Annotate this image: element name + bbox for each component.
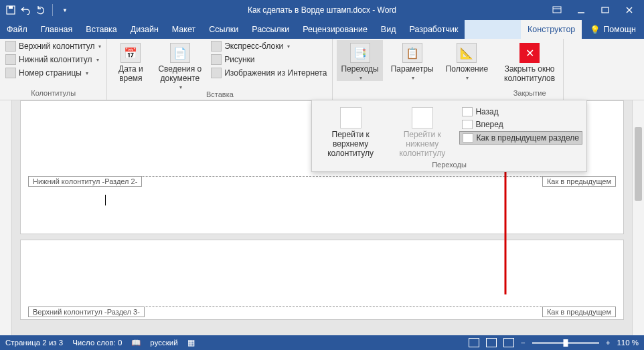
help-label: Помощн (603, 25, 636, 34)
window-buttons (542, 5, 644, 15)
zoom-out-button[interactable]: − (521, 339, 526, 347)
transitions-label: Переходы (341, 64, 378, 74)
pictures-icon (211, 54, 222, 65)
quick-parts-icon (211, 41, 222, 52)
zoom-knob[interactable] (563, 339, 568, 347)
zoom-level[interactable]: 110 % (617, 339, 639, 347)
maximize-icon[interactable] (600, 5, 611, 15)
link-to-previous-button[interactable]: Как в предыдущем разделе (459, 131, 582, 145)
scrollbar-thumb[interactable] (635, 127, 642, 201)
tab-file[interactable]: Файл (0, 20, 34, 39)
status-language[interactable]: русский (150, 339, 177, 347)
tab-design[interactable]: Дизайн (124, 20, 165, 39)
close-hf-label: Закрыть окно колонтитулов (504, 64, 555, 83)
status-words[interactable]: Число слов: 0 (72, 339, 122, 347)
transitions-icon: 📑 (350, 43, 370, 63)
tab-review[interactable]: Рецензирование (296, 20, 374, 39)
doc-info-button[interactable]: 📄Сведения о документе▾ (154, 40, 206, 90)
position-button[interactable]: 📐Положение▾ (442, 40, 492, 81)
close-icon[interactable] (624, 5, 635, 15)
lightbulb-icon: 💡 (590, 25, 600, 35)
ribbon: Верхний колонтитул▾ Нижний колонтитул▾ Н… (0, 39, 644, 100)
go-footer-icon (412, 107, 433, 128)
header-label: Верхний колонтитул (19, 41, 94, 51)
transitions-button[interactable]: 📑Переходы▾ (337, 40, 382, 81)
quick-parts-label: Экспресс-блоки (224, 41, 283, 51)
footer-icon (5, 54, 16, 65)
page-number-icon (5, 68, 16, 78)
tab-developer[interactable]: Разработчик (402, 20, 465, 39)
group-insert-label: Вставка (111, 90, 328, 100)
tab-references[interactable]: Ссылки (202, 20, 245, 39)
forward-icon (462, 120, 473, 129)
go-to-header-button[interactable]: Перейти к верхнему колонтитулу (316, 103, 385, 158)
page-number-label: Номер страницы (19, 68, 82, 78)
online-pictures-button[interactable]: Изображения из Интернета (210, 67, 328, 79)
nav-forward-button[interactable]: Вперед (459, 118, 582, 130)
undo-icon[interactable] (20, 5, 31, 15)
tab-context-gap (465, 20, 521, 39)
group-header-footer: Верхний колонтитул▾ Нижний колонтитул▾ Н… (0, 39, 107, 100)
tab-insert[interactable]: Вставка (79, 20, 123, 39)
doc-info-icon: 📄 (170, 43, 190, 63)
date-time-button[interactable]: 📅Дата и время (111, 40, 150, 83)
pictures-label: Рисунки (224, 55, 254, 64)
ribbon-options-icon[interactable] (552, 5, 562, 15)
same-as-previous-tag-1: Как в предыдущем (542, 176, 616, 187)
close-hf-button[interactable]: ✕Закрыть окно колонтитулов (500, 40, 559, 83)
go-header-label: Перейти к верхнему колонтитулу (316, 130, 385, 158)
tab-layout[interactable]: Макет (165, 20, 202, 39)
parameters-button[interactable]: 📋Параметры▾ (387, 40, 438, 81)
spellcheck-icon[interactable]: 📖 (131, 338, 141, 347)
svg-rect-1 (9, 6, 13, 9)
online-pictures-label: Изображения из Интернета (224, 68, 327, 78)
view-web-icon[interactable] (503, 338, 514, 347)
zoom-in-button[interactable]: + (606, 339, 611, 347)
tab-constructor[interactable]: Конструктор (521, 20, 582, 39)
header-icon (5, 41, 16, 52)
save-icon[interactable] (5, 5, 16, 15)
page-number-button[interactable]: Номер страницы▾ (4, 67, 102, 79)
group-close: ✕Закрыть окно колонтитулов Закрытие (496, 39, 564, 100)
vertical-ruler (0, 100, 12, 335)
qat-customize-icon[interactable]: ▼ (60, 5, 70, 15)
position-label: Положение (446, 64, 488, 74)
quick-access-toolbar: ▼ (0, 4, 76, 16)
redo-icon[interactable] (35, 5, 46, 15)
minimize-icon[interactable] (576, 5, 586, 15)
back-icon (462, 107, 473, 116)
group-hf-label: Колонтитулы (4, 89, 102, 98)
calendar-icon: 📅 (120, 43, 141, 63)
footer-label: Нижний колонтитул (19, 55, 92, 64)
header-section-tag: Верхний колонтитул -Раздел 3- (28, 307, 145, 317)
go-header-icon (340, 107, 361, 128)
forward-label: Вперед (475, 120, 503, 129)
tab-help[interactable]: 💡 Помощн (582, 20, 644, 39)
nav-back-button[interactable]: Назад (459, 106, 582, 118)
status-bar: Страница 2 из 3 Число слов: 0 📖 русский … (0, 335, 644, 350)
status-page[interactable]: Страница 2 из 3 (5, 339, 63, 347)
quick-parts-button[interactable]: Экспресс-блоки▾ (210, 40, 328, 52)
group-nav-label (337, 97, 492, 98)
tab-mailings[interactable]: Рассылки (245, 20, 296, 39)
view-print-icon[interactable] (486, 338, 497, 347)
doc-info-label: Сведения о документе (158, 64, 202, 83)
tab-home[interactable]: Главная (34, 20, 80, 39)
parameters-icon: 📋 (402, 43, 422, 63)
svg-rect-2 (553, 7, 561, 13)
macro-icon[interactable]: ▦ (187, 338, 195, 347)
title-bar: ▼ Как сделать в Ворде штамп.docx - Word (0, 0, 644, 20)
tab-view[interactable]: Вид (374, 20, 403, 39)
group-navigation: 📑Переходы▾ 📋Параметры▾ 📐Положение▾ (333, 39, 496, 100)
view-read-icon[interactable] (469, 338, 479, 347)
header-button[interactable]: Верхний колонтитул▾ (4, 40, 102, 52)
vertical-scrollbar[interactable] (632, 100, 644, 335)
footer-button[interactable]: Нижний колонтитул▾ (4, 54, 102, 66)
pictures-button[interactable]: Рисунки (210, 54, 328, 66)
online-pictures-icon (211, 68, 222, 78)
link-previous-icon (463, 133, 473, 143)
same-as-previous-tag-2: Как в предыдущем (542, 307, 616, 317)
transitions-dropdown: Перейти к верхнему колонтитулу Перейти к… (311, 100, 587, 172)
position-icon: 📐 (457, 43, 477, 63)
zoom-slider[interactable] (532, 342, 599, 344)
